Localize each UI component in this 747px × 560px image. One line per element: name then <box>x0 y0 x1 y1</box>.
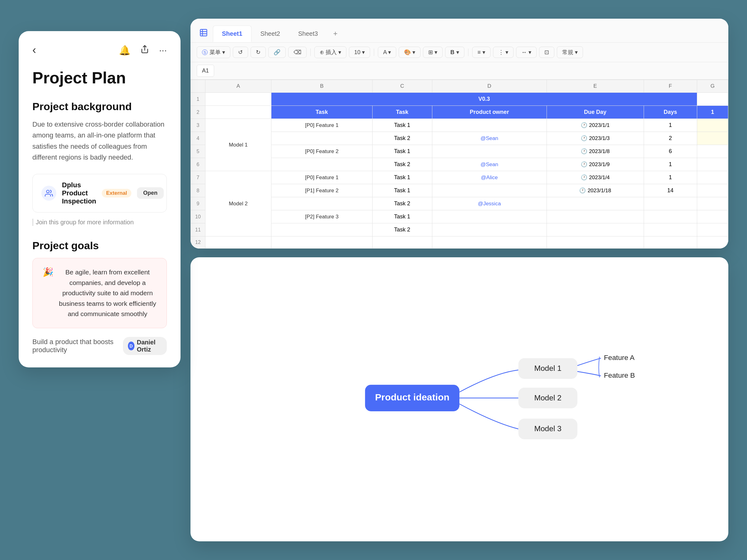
task-5[interactable]: Task 1 <box>372 145 432 158</box>
table-row: 5 [P0] Feature 2 Task 1 🕐2023/1/8 6 <box>191 145 728 158</box>
goal-card: 🎉 Be agile, learn from excellent compani… <box>32 258 167 328</box>
owner-5[interactable] <box>432 145 546 158</box>
g11[interactable] <box>697 223 728 236</box>
cell-g12[interactable] <box>697 236 728 248</box>
owner-chip: D Daniel Ortiz <box>123 337 167 355</box>
erase-button[interactable]: ⌫ <box>288 47 307 58</box>
toolbar: S 菜单 ▾ ↺ ↻ 🔗 ⌫ ⊕ 插入 ▾ 10 ▾ A ▾ 🎨 ▾ ⊞ ▾ B… <box>190 43 728 62</box>
row-num-3: 3 <box>191 119 205 132</box>
back-button[interactable]: ‹ <box>32 44 36 57</box>
tab-sheet3[interactable]: Sheet3 <box>289 26 327 42</box>
bell-icon[interactable]: 🔔 <box>119 45 130 56</box>
model2-label: Model 2 <box>534 393 562 402</box>
bold-button[interactable]: B ▾ <box>445 47 464 58</box>
toolbar-sep-1 <box>310 49 311 56</box>
due-9[interactable] <box>546 197 644 210</box>
cell-reference[interactable]: A1 <box>197 65 214 77</box>
productivity-text: Build a product that boosts productivity… <box>32 337 167 355</box>
task-8[interactable]: Task 1 <box>372 184 432 197</box>
table-row: 2 Task Task Product owner Due Day Days 1 <box>191 106 728 119</box>
g7[interactable] <box>697 171 728 184</box>
task-4[interactable]: Task 2 <box>372 132 432 145</box>
task-6[interactable]: Task 2 <box>372 158 432 171</box>
cell-a2[interactable] <box>205 106 271 119</box>
col-f-h2: Days <box>644 106 697 119</box>
tab-sheet1[interactable]: Sheet1 <box>213 26 252 42</box>
link-button[interactable]: 🔗 <box>268 47 286 58</box>
goals-heading: Project goals <box>32 240 167 252</box>
line-model3 <box>459 404 518 429</box>
days-9[interactable] <box>644 197 697 210</box>
format-button[interactable]: 常規 ▾ <box>557 46 583 58</box>
owner-avatar: D <box>128 342 134 350</box>
border-button[interactable]: ⊞ ▾ <box>423 47 443 58</box>
row-num-6: 6 <box>191 158 205 171</box>
owner-8[interactable] <box>432 184 546 197</box>
valign-button[interactable]: ⋮ ▾ <box>493 47 514 58</box>
priority-6 <box>272 158 372 171</box>
more-icon[interactable]: ··· <box>159 45 167 55</box>
menu-button[interactable]: S 菜单 ▾ <box>197 46 230 58</box>
mindmap-svg: Product ideation Model 1 Model 2 Model 3 <box>215 344 703 455</box>
task-9[interactable]: Task 2 <box>372 197 432 210</box>
undo-button[interactable]: ↺ <box>233 47 248 58</box>
toolbar-sep-3 <box>468 49 468 56</box>
redo-button[interactable]: ↻ <box>251 47 266 58</box>
due-10[interactable] <box>546 210 644 223</box>
owner-10[interactable] <box>432 210 546 223</box>
priority-4 <box>272 132 372 145</box>
days-10[interactable] <box>644 210 697 223</box>
g9[interactable] <box>697 197 728 210</box>
g3[interactable] <box>697 119 728 132</box>
task-11[interactable]: Task 2 <box>372 223 432 236</box>
g10[interactable] <box>697 210 728 223</box>
task-7[interactable]: Task 1 <box>372 171 432 184</box>
share-icon[interactable] <box>140 45 149 56</box>
days-11[interactable] <box>644 223 697 236</box>
g8[interactable] <box>697 184 728 197</box>
task-10[interactable]: Task 1 <box>372 210 432 223</box>
owner-3[interactable] <box>432 119 546 132</box>
g4[interactable] <box>697 132 728 145</box>
featureA-label: Feature A <box>604 353 635 362</box>
model2-cell: Model 2 <box>205 171 271 236</box>
group-card[interactable]: Dplus Product Inspection External Open <box>32 174 167 212</box>
cell-c12[interactable] <box>372 236 432 248</box>
task-3[interactable]: Task 1 <box>372 119 432 132</box>
fontsize-button[interactable]: 10 ▾ <box>349 47 370 58</box>
bg-color-button[interactable]: 🎨 ▾ <box>399 47 420 58</box>
font-color-button[interactable]: A ▾ <box>378 47 396 58</box>
corner-cell <box>191 80 205 93</box>
g6[interactable] <box>697 158 728 171</box>
bracket-model1 <box>599 356 599 377</box>
cell-a1[interactable] <box>205 93 271 106</box>
cell-g1[interactable] <box>697 93 728 106</box>
add-sheet-button[interactable]: + <box>327 25 344 42</box>
line-featureA <box>577 358 601 366</box>
owner-11[interactable] <box>432 223 546 236</box>
wrap-button[interactable]: ↔ ▾ <box>516 47 537 58</box>
cell-d12[interactable] <box>432 236 546 248</box>
col-g-header: G <box>697 80 728 93</box>
cell-a12[interactable] <box>205 236 271 248</box>
priority-p2f3-10: [P2] Feature 3 <box>272 210 372 223</box>
table-row: 1 V0.3 <box>191 93 728 106</box>
group-icon <box>42 186 56 201</box>
open-button[interactable]: Open <box>137 187 164 199</box>
col-c-h2: Task <box>372 106 432 119</box>
table-row: 6 Task 2 @Sean 🕐2023/1/9 1 <box>191 158 728 171</box>
align-button[interactable]: ≡ ▾ <box>472 47 491 58</box>
main-container: ‹ 🔔 ··· Project Plan Project background … <box>0 0 747 560</box>
spreadsheet-panel: Sheet1 Sheet2 Sheet3 + S 菜单 ▾ ↺ ↻ 🔗 ⌫ ⊕ … <box>190 19 728 248</box>
priority-p0f2-5: [P0] Feature 2 <box>272 145 372 158</box>
tab-sheet2[interactable]: Sheet2 <box>252 26 289 42</box>
insert-button[interactable]: ⊕ 插入 ▾ <box>314 46 346 58</box>
cell-f12[interactable] <box>644 236 697 248</box>
row-num-9: 9 <box>191 197 205 210</box>
circle-icon: S <box>202 50 208 55</box>
g5[interactable] <box>697 145 728 158</box>
cell-e12[interactable] <box>546 236 644 248</box>
due-11[interactable] <box>546 223 644 236</box>
cell-b12[interactable] <box>272 236 372 248</box>
merge-button[interactable]: ⊡ <box>539 47 554 58</box>
